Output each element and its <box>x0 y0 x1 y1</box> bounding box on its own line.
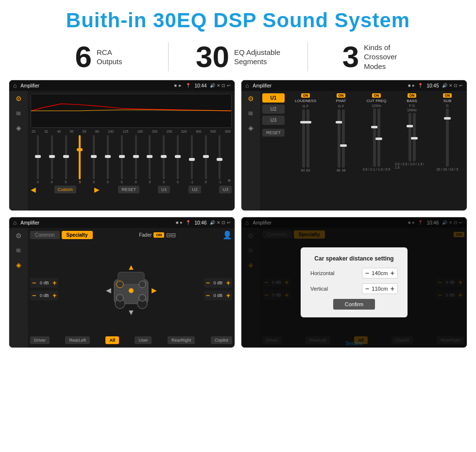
dialog-vertical-minus[interactable]: − <box>365 285 369 293</box>
eq-sidebar-speaker-icon[interactable]: ◈ <box>16 124 21 132</box>
cr-bass-slider2[interactable] <box>413 113 416 161</box>
eq-slider-10[interactable]: 0 <box>157 135 170 184</box>
eq-slider-1[interactable]: 0 <box>32 135 44 184</box>
home-icon[interactable]: ⌂ <box>13 82 17 89</box>
svg-point-11 <box>117 281 123 288</box>
eq-sidebar-tune-icon[interactable]: ⚙ <box>16 95 22 103</box>
cr-sub-values: 20 / 15 / 10 / 5 <box>437 168 459 171</box>
cr-sidebar: ⚙ ≋ ◈ <box>241 91 260 210</box>
dialog-horizontal-row: Horizontal − 140cm + <box>310 268 398 278</box>
sp-specialty-tab[interactable]: Specialty <box>62 231 93 239</box>
cr-wave-icon[interactable]: ≋ <box>248 109 254 117</box>
eq-custom-btn[interactable]: Custom <box>54 186 76 193</box>
screen2-home-icon[interactable]: ⌂ <box>245 82 249 89</box>
stat-eq-number: 30 <box>196 42 229 72</box>
sp-top-left-plus[interactable]: + <box>52 279 56 287</box>
eq-u3-btn[interactable]: U3 <box>219 186 232 193</box>
cr-phat-slider2[interactable] <box>342 109 345 168</box>
eq-slider-6[interactable]: 0 <box>102 135 114 184</box>
dialog-vertical-control: − 110cm + <box>362 283 398 294</box>
screen1-location-icon: 📍 <box>186 83 191 88</box>
screen1-volume-icon: 🔊 ✕ ⊡ ↩ <box>210 83 231 88</box>
eq-slider-13[interactable]: 0 <box>200 135 212 184</box>
sp-top-right-plus[interactable]: + <box>226 279 230 287</box>
screen1-icons: ■ ► <box>174 83 183 88</box>
cr-loudness-on[interactable]: ON <box>301 93 310 98</box>
eq-slider-8[interactable]: 0 <box>130 135 142 184</box>
page-title: Buith-in 30EQ DSP Sound System <box>10 9 466 32</box>
cr-u2-btn[interactable]: U2 <box>262 104 285 114</box>
sp-bot-left-plus[interactable]: + <box>52 292 56 299</box>
sp-fader-label: Fader <box>139 232 152 238</box>
sp-top-left-minus[interactable]: − <box>32 279 36 287</box>
cr-tune-icon[interactable]: ⚙ <box>248 95 254 103</box>
sp-user-btn[interactable]: User <box>135 336 152 344</box>
cr-sub-on[interactable]: ON <box>443 93 452 98</box>
sp-driver-btn[interactable]: Driver <box>30 336 50 344</box>
cr-phat-on[interactable]: ON <box>337 93 346 98</box>
stat-crossover-number: 3 <box>342 42 359 72</box>
sp-speaker-icon[interactable]: ◈ <box>16 261 21 269</box>
eq-u1-btn[interactable]: U1 <box>158 186 170 193</box>
eq-slider-12[interactable]: -1 <box>186 135 198 184</box>
sp-on-badge[interactable]: ON <box>153 232 164 238</box>
cr-cutfreq-on[interactable]: ON <box>372 93 381 98</box>
cr-cutfreq-sliders <box>373 108 380 167</box>
eq-slider-5[interactable]: 0 <box>87 135 100 184</box>
eq-sidebar-wave-icon[interactable]: ≋ <box>16 109 21 117</box>
sp-tune-icon[interactable]: ⚙ <box>16 232 22 240</box>
sp-rear-left-btn[interactable]: RearLeft <box>65 336 90 344</box>
svg-text:▶: ▶ <box>152 286 157 294</box>
cr-bass-hz: F G <box>409 104 415 107</box>
dialog-confirm-button[interactable]: Confirm <box>333 299 375 310</box>
sp-wave-icon[interactable]: ≋ <box>16 246 21 254</box>
sp-common-tab[interactable]: Common <box>30 231 60 239</box>
dialog-horizontal-plus[interactable]: + <box>391 269 394 277</box>
next-arrow[interactable]: ▶ <box>94 186 100 193</box>
cr-cutfreq-values: 3.0 / 2.1 / 1.3 / 0.5 <box>363 168 390 171</box>
eq-expand-btn[interactable]: » <box>227 177 231 184</box>
sp-bot-right-minus[interactable]: − <box>206 292 210 299</box>
eq-main: 25 32 40 50 63 80 100 125 160 200 250 32… <box>28 91 235 210</box>
freq-500: 500 <box>210 130 216 133</box>
cr-speaker-icon[interactable]: ◈ <box>248 124 254 132</box>
sp-top-right-control: − 0 dB + <box>204 278 232 288</box>
eq-slider-11[interactable]: 0 <box>171 135 184 184</box>
sp-rear-right-btn[interactable]: RearRight <box>168 336 195 344</box>
sp-top-left-control: − 0 dB + <box>30 278 58 288</box>
cr-phat-slider1[interactable] <box>338 109 340 168</box>
svg-point-14 <box>139 295 146 301</box>
sp-user-icon[interactable]: 👤 <box>222 230 232 240</box>
stat-eq: 30 EQ AdjustableSegments <box>169 42 307 72</box>
eq-slider-4[interactable]: 5 <box>73 135 86 184</box>
cr-sub-slider1[interactable] <box>446 108 449 167</box>
eq-reset-btn[interactable]: RESET <box>118 186 139 193</box>
screen1-eq: ⌂ Amplifier ■ ► 📍 10:44 🔊 ✕ ⊡ ↩ ⚙ ≋ ◈ <box>9 80 235 211</box>
cr-loudness-slider1[interactable] <box>302 109 305 168</box>
sp-top-right-minus[interactable]: − <box>206 279 210 287</box>
sp-all-btn[interactable]: All <box>105 336 119 344</box>
stat-crossover: 3 Kinds ofCrossover Modes <box>308 42 447 72</box>
prev-arrow[interactable]: ◀ <box>31 186 36 193</box>
screen3-home-icon[interactable]: ⌂ <box>13 219 17 226</box>
cr-cutfreq-slider2[interactable] <box>377 108 380 167</box>
eq-slider-9[interactable]: 0 <box>144 135 156 184</box>
cr-u1-btn[interactable]: U1 <box>262 93 285 103</box>
sp-bot-left-minus[interactable]: − <box>32 292 36 299</box>
eq-slider-3[interactable]: 0 <box>60 135 72 184</box>
screenshots-grid: ⌂ Amplifier ■ ► 📍 10:44 🔊 ✕ ⊡ ↩ ⚙ ≋ ◈ <box>0 80 476 353</box>
freq-25: 25 <box>32 130 35 133</box>
eq-slider-2[interactable]: 0 <box>46 135 58 184</box>
cr-bass-on[interactable]: ON <box>408 93 417 98</box>
sp-copilot-btn[interactable]: Copilot <box>211 336 232 344</box>
eq-slider-14[interactable]: -1 <box>214 135 226 184</box>
cr-u3-btn[interactable]: U3 <box>262 116 285 125</box>
cr-reset-btn[interactable]: RESET <box>262 129 285 137</box>
sp-top-left-value: 0 dB <box>37 280 51 285</box>
cr-loudness-slider2[interactable] <box>306 109 309 168</box>
sp-bot-right-plus[interactable]: + <box>226 292 230 299</box>
eq-u2-btn[interactable]: U2 <box>188 186 201 193</box>
dialog-vertical-plus[interactable]: + <box>391 285 394 293</box>
eq-slider-7[interactable]: 0 <box>116 135 128 184</box>
dialog-horizontal-minus[interactable]: − <box>365 269 369 277</box>
